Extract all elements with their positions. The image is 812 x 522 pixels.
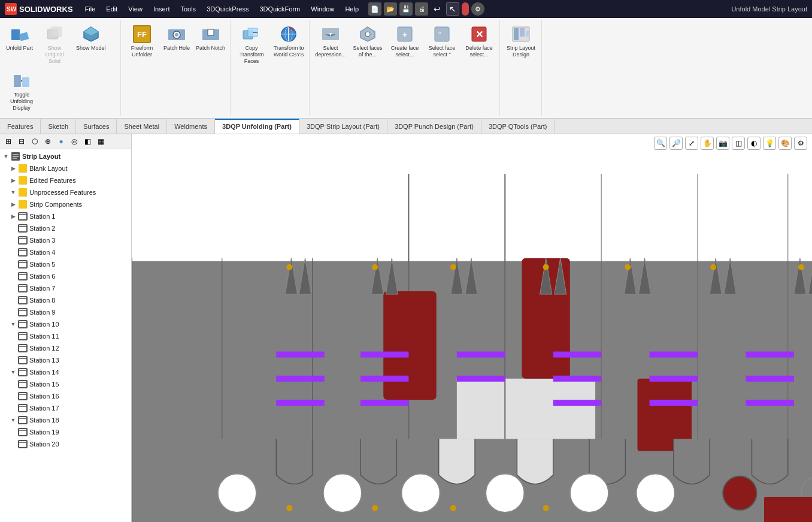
tree-root-strip-layout[interactable]: ▼ Strip Layout [0,150,131,162]
station-19-expander[interactable] [10,429,17,436]
zoom-out-button[interactable]: 🔎 [669,137,683,150]
strip-components-expander[interactable]: ▶ [10,201,17,208]
show-original-solid-button[interactable]: Show Original Solid [37,22,72,67]
print-button[interactable]: 🖨 [415,2,428,16]
tree-strip-components[interactable]: ▶ Strip Components [0,198,131,210]
panel-btn-5[interactable]: ● [55,135,67,147]
panel-btn-6[interactable]: ◎ [68,135,80,147]
panel-btn-1[interactable]: ⊞ [2,135,14,147]
menu-help[interactable]: Help [340,4,363,14]
tree-station-16[interactable]: Station 16 [0,390,131,402]
tree-station-10[interactable]: ▼ Station 10 [0,318,131,330]
station-11-expander[interactable] [10,333,17,340]
menu-3dquickpress[interactable]: 3DQuickPress [202,4,253,14]
tab-3dqp-qtools[interactable]: 3DQP QTools (Part) [481,119,555,134]
select-faces-button[interactable]: Select faces of the... [350,22,386,61]
tree-blank-layout[interactable]: ▶ Blank Layout [0,162,131,174]
blank-layout-expander[interactable]: ▶ [10,165,17,172]
pan-button[interactable]: ✋ [701,137,714,150]
menu-3dquickform[interactable]: 3DQuickForm [254,4,305,14]
tree-station-7[interactable]: Station 7 [0,282,131,294]
station-3-expander[interactable] [10,237,17,244]
open-button[interactable]: 📂 [384,2,397,16]
menu-edit[interactable]: Edit [101,4,122,14]
new-button[interactable]: 📄 [368,2,381,16]
station-9-expander[interactable] [10,309,17,316]
camera-button[interactable]: 📷 [716,137,729,150]
menu-tools[interactable]: Tools [175,4,201,14]
station-16-expander[interactable] [10,393,17,400]
select-depression-button[interactable]: Select depression... [313,22,349,61]
station-7-expander[interactable] [10,285,17,292]
tab-weldments[interactable]: Weldments [167,119,215,134]
create-face-select-button[interactable]: + Create face select... [387,22,423,61]
patch-hole-button[interactable]: Patch Hole [161,22,192,55]
viewport[interactable]: 🔍 🔎 ⤢ ✋ 📷 ◫ ◐ 💡 🎨 ⚙ [132,134,812,522]
menu-insert[interactable]: Insert [149,4,175,14]
tree-station-19[interactable]: Station 19 [0,426,131,438]
station-17-expander[interactable] [10,405,17,412]
lights-button[interactable]: 💡 [763,137,776,150]
patch-notch-button[interactable]: Patch Notch [193,22,228,55]
tree-station-3[interactable]: Station 3 [0,234,131,246]
station-20-expander[interactable] [10,440,17,448]
tree-station-11[interactable]: Station 11 [0,330,131,342]
station-10-expander[interactable]: ▼ [10,321,17,328]
edited-features-expander[interactable]: ▶ [10,177,17,184]
tree-unprocessed-features[interactable]: ▼ Unprocessed Features [0,186,131,198]
station-14-expander[interactable]: ▼ [10,369,17,376]
unfold-part-button[interactable]: Unfold Part [4,22,35,55]
tree-station-1[interactable]: ▶ Station 1 [0,210,131,222]
station-18-expander[interactable]: ▼ [10,417,17,424]
show-model-button[interactable]: Show Model [74,22,108,55]
toggle-unfolding-display-button[interactable]: Toggle Unfolding Display [4,68,40,114]
tab-3dqp-strip-layout[interactable]: 3DQP Strip Layout (Part) [299,119,387,134]
transform-world-button[interactable]: Transform to World CSYS [271,22,307,61]
tab-3dqp-unfolding[interactable]: 3DQP Unfolding (Part) [215,119,299,134]
panel-btn-8[interactable]: ▦ [95,135,107,147]
fit-view-button[interactable]: ⤢ [685,137,698,150]
tree-station-20[interactable]: Station 20 [0,438,131,450]
tree-station-12[interactable]: Station 12 [0,342,131,354]
tree-station-8[interactable]: Station 8 [0,294,131,306]
display-style-button[interactable]: ◐ [747,137,761,150]
tab-sketch[interactable]: Sketch [41,119,76,134]
tab-3dqp-punch-design[interactable]: 3DQP Punch Design (Part) [387,119,481,134]
select-face-select-button[interactable]: " Select face select " [424,22,460,61]
root-expander[interactable]: ▼ [2,153,10,160]
station-15-expander[interactable] [10,381,17,388]
station-12-expander[interactable] [10,345,17,352]
options-button[interactable]: ⚙ [471,2,484,16]
station-13-expander[interactable] [10,357,17,364]
tree-station-9[interactable]: Station 9 [0,306,131,318]
menu-window[interactable]: Window [306,4,339,14]
station-1-expander[interactable]: ▶ [10,213,17,220]
menu-view[interactable]: View [123,4,147,14]
save-button[interactable]: 💾 [399,2,413,16]
panel-btn-4[interactable]: ⊕ [42,135,54,147]
station-5-expander[interactable] [10,261,17,268]
color-button[interactable]: 🎨 [778,137,792,150]
station-8-expander[interactable] [10,297,17,304]
tab-sheet-metal[interactable]: Sheet Metal [117,119,167,134]
panel-btn-7[interactable]: ◧ [81,135,93,147]
select-mode-button[interactable]: ↖ [446,2,459,16]
strip-layout-canvas[interactable]: y [132,152,812,522]
tree-station-15[interactable]: Station 15 [0,378,131,390]
panel-btn-2[interactable]: ⊟ [16,135,28,147]
panel-btn-3[interactable]: ⬡ [29,135,41,147]
freeform-unfolder-button[interactable]: FF Freeform Unfolder [124,22,160,61]
tree-station-4[interactable]: Station 4 [0,246,131,258]
delete-face-select-button[interactable]: ✕ Delete face select... [461,22,497,61]
strip-layout-design-button[interactable]: Strip Layout Design [503,22,539,61]
tree-station-5[interactable]: Station 5 [0,258,131,270]
station-4-expander[interactable] [10,249,17,256]
tree-station-18[interactable]: ▼ Station 18 [0,414,131,426]
tab-features[interactable]: Features [0,119,41,134]
tree-station-2[interactable]: Station 2 [0,222,131,234]
tree-edited-features[interactable]: ▶ Edited Features [0,174,131,186]
tree-station-17[interactable]: Station 17 [0,402,131,414]
zoom-in-button[interactable]: 🔍 [654,137,667,150]
undo-button[interactable]: ↩ [431,2,444,16]
copy-transform-faces-button[interactable]: Copy Transform Faces [234,22,269,67]
